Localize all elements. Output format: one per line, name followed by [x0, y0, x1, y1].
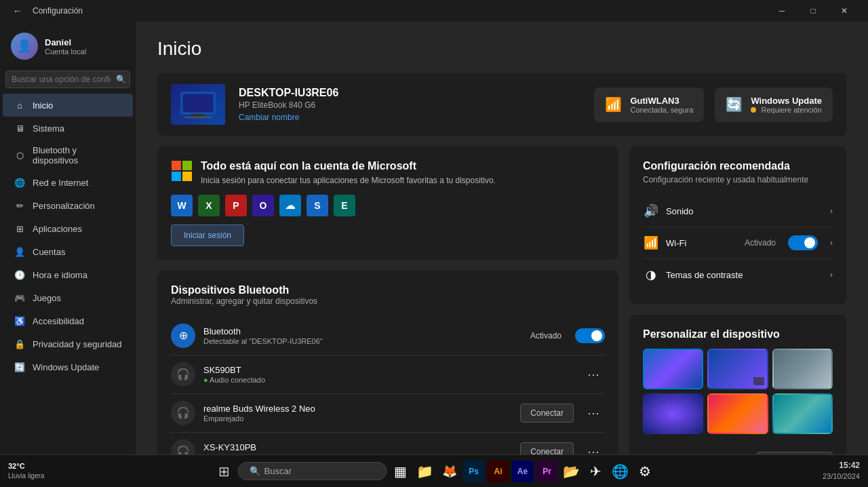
current-time: 15:42 — [823, 460, 860, 471]
sidebar-item-inicio[interactable]: ⌂ Inicio — [3, 94, 133, 117]
bluetooth-icon: ⬡ — [14, 149, 26, 161]
search-icon: 🔍 — [116, 75, 126, 84]
network-icon: 🌐 — [14, 176, 26, 189]
sidebar-item-windows-update[interactable]: 🔄 Windows Update — [3, 355, 133, 378]
sidebar-label-privacidad: Privacidad y seguridad — [33, 339, 122, 349]
svg-rect-2 — [191, 114, 205, 117]
sidebar-label-inicio: Inicio — [33, 100, 53, 111]
update-status-card[interactable]: 🔄 Windows Update Requiere atención — [715, 87, 833, 122]
xs-status: No conectado — [203, 453, 512, 454]
device-info: DESKTOP-IU3RE06 HP EliteBook 840 G6 Camb… — [239, 87, 580, 122]
wallpaper-6[interactable] — [772, 393, 833, 434]
wallpaper-3[interactable] — [772, 349, 833, 389]
wifi-status-label: GutiWLAN3 — [630, 96, 693, 106]
explorer-taskbar-icon[interactable]: 📂 — [561, 461, 583, 482]
wallpaper-5[interactable] — [707, 393, 768, 434]
firefox-taskbar-icon[interactable]: 🦊 — [439, 461, 460, 482]
sidebar-item-aplicaciones[interactable]: ⊞ Aplicaciones — [3, 217, 133, 240]
photoshop-taskbar-icon[interactable]: Ps — [463, 461, 485, 482]
sidebar-item-sistema[interactable]: 🖥 Sistema — [3, 117, 133, 140]
wifi-status-icon: 📶 — [605, 96, 622, 113]
taskbar: 32°C Lluvia ligera ⊞ 🔍 Buscar ▦ 📁 🦊 Ps A… — [0, 454, 868, 487]
ms-desc: Inicia sesión para conectar tus aplicaci… — [201, 175, 496, 187]
bluetooth-header: Dispositivos Bluetooth Administrar, agre… — [171, 284, 605, 306]
premiere-taskbar-icon[interactable]: Pr — [536, 461, 558, 482]
realme-name: realme Buds Wireless 2 Neo — [203, 404, 512, 414]
sidebar-item-juegos[interactable]: 🎮 Juegos — [3, 286, 133, 309]
bluetooth-toggle-status: Detectable al "DESKTOP-IU3RE06" — [203, 337, 522, 345]
settings-taskbar-icon[interactable]: ⚙ — [634, 461, 656, 482]
titlebar-title: Configuración — [33, 6, 83, 16]
wallpaper-1[interactable] — [643, 349, 703, 389]
svg-rect-5 — [182, 161, 192, 170]
aftereffects-taskbar-icon[interactable]: Ae — [512, 461, 534, 482]
home-icon: ⌂ — [14, 99, 26, 111]
sk590bt-info: SK590BT ● Audio conectado — [203, 365, 574, 384]
sk590bt-menu-button[interactable]: ⋯ — [582, 364, 605, 385]
back-button[interactable]: ← — [8, 1, 27, 20]
earbuds-icon: 🎧 — [171, 401, 195, 425]
bluetooth-toggle-name: Bluetooth — [203, 326, 522, 336]
app-body: 👤 Daniel Cuenta local 🔍 ⌂ Inicio 🖥 Siste… — [0, 22, 868, 454]
sidebar: 👤 Daniel Cuenta local 🔍 ⌂ Inicio 🖥 Siste… — [0, 22, 136, 454]
update-status-info: Windows Update Requiere atención — [751, 96, 822, 114]
illustrator-taskbar-icon[interactable]: Ai — [488, 461, 509, 482]
wifi-status-card[interactable]: 📶 GutiWLAN3 Conectada, segura — [594, 87, 704, 122]
taskbar-right: 15:42 23/10/2024 — [823, 460, 860, 482]
wallpaper-2[interactable] — [707, 349, 768, 389]
telegram-taskbar-icon[interactable]: ✈ — [585, 461, 607, 482]
titlebar-controls: ─ □ ✕ — [766, 0, 860, 22]
device-thumbnail — [171, 84, 225, 125]
sidebar-item-accesibilidad[interactable]: ♿ Accesibilidad — [3, 309, 133, 332]
sound-setting-row[interactable]: 🔊 Sonido › — [643, 195, 833, 227]
taskbar-search-placeholder: Buscar — [264, 466, 292, 476]
privacy-icon: 🔒 — [14, 338, 26, 350]
realme-connect-button[interactable]: Conectar — [520, 404, 574, 423]
device-card: DESKTOP-IU3RE06 HP EliteBook 840 G6 Camb… — [157, 73, 846, 136]
bluetooth-desc: Administrar, agregar y quitar dispositiv… — [171, 296, 605, 306]
bluetooth-toggle-switch[interactable] — [575, 328, 605, 343]
xs-connect-button[interactable]: Conectar — [520, 442, 574, 454]
powerpoint-icon: P — [225, 195, 247, 216]
color-mode-select[interactable]: Oscuro Claro Personalizado — [756, 452, 833, 454]
widgets-button[interactable]: ▦ — [390, 461, 412, 482]
sk590bt-name: SK590BT — [203, 365, 574, 375]
update-status-label: Windows Update — [751, 96, 822, 106]
wifi-toggle[interactable] — [788, 235, 818, 250]
xs-name: XS-KY310PB — [203, 442, 512, 452]
wallpaper-4[interactable] — [643, 393, 703, 434]
sidebar-user[interactable]: 👤 Daniel Cuenta local — [0, 27, 136, 71]
device-name: DESKTOP-IU3RE06 — [239, 87, 580, 99]
files-taskbar-icon[interactable]: 📁 — [414, 461, 436, 482]
microsoft-logo — [171, 160, 193, 182]
maximize-button[interactable]: □ — [797, 0, 829, 22]
wifi-setting-row[interactable]: 📶 Wi-Fi Activado › — [643, 227, 833, 259]
sidebar-item-cuentas[interactable]: 👤 Cuentas — [3, 240, 133, 263]
wifi-status-info: GutiWLAN3 Conectada, segura — [630, 96, 693, 114]
realme-menu-button[interactable]: ⋯ — [582, 403, 605, 423]
weather-display: 32°C Lluvia ligera — [8, 461, 44, 481]
realme-info: realme Buds Wireless 2 Neo Emparejado — [203, 404, 512, 423]
sidebar-item-privacidad[interactable]: 🔒 Privacidad y seguridad — [3, 332, 133, 355]
xs-menu-button[interactable]: ⋯ — [582, 442, 605, 454]
sidebar-item-bluetooth[interactable]: ⬡ Bluetooth y dispositivos — [3, 140, 133, 171]
signin-button[interactable]: Iniciar sesión — [171, 225, 244, 246]
sidebar-item-hora[interactable]: 🕒 Hora e idioma — [3, 263, 133, 286]
close-button[interactable]: ✕ — [829, 0, 860, 22]
ms-header: Todo está aquí con la cuenta de Microsof… — [171, 160, 605, 187]
taskbar-search[interactable]: 🔍 Buscar — [238, 462, 387, 480]
onenote-icon: O — [252, 195, 274, 216]
search-input[interactable] — [5, 71, 130, 88]
chrome-taskbar-icon[interactable]: 🌐 — [610, 461, 631, 482]
user-type: Cuenta local — [45, 47, 86, 56]
device-rename-link[interactable]: Cambiar nombre — [239, 113, 580, 122]
sidebar-item-red[interactable]: 🌐 Red e Internet — [3, 171, 133, 194]
wifi-setting-icon: 📶 — [643, 235, 659, 250]
sidebar-label-accesibilidad: Accesibilidad — [33, 316, 84, 326]
start-button[interactable]: ⊞ — [213, 461, 235, 482]
sidebar-item-personalizacion[interactable]: ✏ Personalización — [3, 194, 133, 217]
update-status-sub: Requiere atención — [751, 106, 822, 114]
contrast-setting-row[interactable]: ◑ Temas de contraste › — [643, 259, 833, 290]
minimize-button[interactable]: ─ — [766, 0, 797, 22]
device-model: HP EliteBook 840 G6 — [239, 100, 580, 110]
